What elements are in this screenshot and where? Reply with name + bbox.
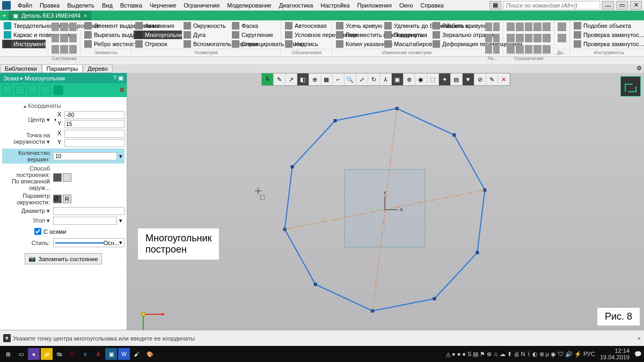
ribbon-arc[interactable]: Дуга [182,31,230,39]
ribbon-fillet[interactable]: Скругление [230,31,279,39]
sys-icon[interactable] [60,34,68,42]
constr-icon[interactable] [507,23,515,31]
sys-icon[interactable] [69,34,77,42]
center-x-input[interactable] [64,111,125,119]
tray-clock[interactable]: 12:1419.04.2019 [597,348,633,360]
panel-gear-icon[interactable]: ⚙ [634,64,644,73]
ribbon-check2[interactable]: Проверка замкнутос... [572,40,644,48]
tray-icon[interactable]: ☁ [500,351,506,358]
ribbon-extend[interactable]: Удлинить до ближайшего о... [383,21,431,30]
ribbon-scale[interactable]: Масштабиров... [383,40,431,48]
menu-view[interactable]: Вид [98,1,116,10]
ribbon-project[interactable]: Спроецировать объект [230,40,279,48]
command-search[interactable] [503,1,600,10]
axes-checkbox[interactable] [34,228,41,235]
tray-icon[interactable]: N [521,351,525,357]
breadcrumb-b[interactable]: Многоугольник [25,75,65,82]
panel-tab-parameters[interactable]: Параметры [42,64,83,73]
di-icon[interactable] [558,23,566,31]
panel-tab-libraries[interactable]: Библиотеки [0,64,42,73]
ribbon-text[interactable]: Надпись [283,40,330,48]
constr-icon[interactable] [525,34,533,42]
tray-icon[interactable]: ● [457,351,461,357]
help-icon[interactable]: ? ▣ [113,75,123,82]
constr-icon[interactable] [543,34,551,42]
tray-icon[interactable]: ♫ [493,351,497,357]
save-state-button[interactable]: 📷 Запомнить состояние [25,253,101,264]
tb-edge[interactable]: e [79,348,91,360]
ribbon-rib[interactable]: Ребро жесткости [83,40,129,48]
method-circumscribed-icon[interactable] [63,173,71,182]
tb-kompas[interactable]: ▣ [105,348,117,360]
constr-icon[interactable] [543,23,551,31]
ribbon-trim[interactable]: Усечь кривую [334,21,383,30]
menu-constraints[interactable]: Ограничения [180,1,223,10]
tray-icon[interactable]: 🔊 [565,351,573,358]
radius-mode-icon[interactable]: R [63,195,71,203]
ra-icon[interactable] [485,45,492,54]
menu-select[interactable]: Выделить [63,1,98,10]
sys-icon[interactable] [52,34,59,42]
tray-lang[interactable]: РУС [583,351,595,357]
status-close-icon[interactable]: × [638,335,641,342]
menu-diag[interactable]: Диагностика [275,1,317,10]
tray-icon[interactable]: μ [546,351,549,357]
center-y-input[interactable] [64,120,125,128]
tb-app[interactable]: 🖌 [131,348,143,360]
sys-icon[interactable] [69,23,77,31]
ribbon-segment[interactable]: Отрезок [134,40,182,48]
mode-icon-5[interactable] [54,85,63,95]
diameter-input[interactable] [53,207,125,215]
tb-app[interactable]: 🎨 [144,348,156,360]
document-tab[interactable]: ▣ Деталь БЕЗ ИМЕНИ4 × [9,11,91,20]
ribbon-check1[interactable]: Проверка замкнутос... [572,31,644,39]
ribbon-split[interactable]: Разбить кривую [431,21,479,30]
constr-icon[interactable] [525,23,533,31]
tray-notifications-icon[interactable]: 💬 [634,351,642,358]
tray-icon[interactable]: ⊕ [487,351,492,358]
menu-apps[interactable]: Приложения [354,1,396,10]
ribbon-chamfer[interactable]: Фаска [230,21,279,30]
menu-modeling[interactable]: Моделирование [223,1,275,10]
angle-input[interactable] [53,217,117,225]
tb-app[interactable]: ● [28,348,40,360]
point-y-input[interactable] [64,139,125,147]
tb-app[interactable]: 🛍 [54,348,65,360]
sys-icon[interactable] [69,45,77,54]
ribbon-autoline[interactable]: Автолиния [134,21,182,30]
mode-icon-3[interactable] [28,85,38,95]
tray-icon[interactable]: ⊗ [539,351,544,358]
breadcrumb-a[interactable]: Эскиз [3,75,19,82]
tray-icon[interactable]: ◉ [551,351,556,358]
ribbon-constr-line[interactable]: Вспомогатель... прямая [182,40,230,48]
tray-icon[interactable]: 🛡 [558,351,564,357]
tray-icon[interactable]: ▤ [473,351,478,358]
menu-window[interactable]: Окно [396,1,417,10]
panel-tab-tree[interactable]: Дерево [83,64,113,73]
ra-icon[interactable] [485,23,492,31]
maximize-button[interactable]: ▭ [616,1,628,10]
ribbon-mirror[interactable]: Зеркально отразить [431,31,479,39]
mode-icon-2[interactable] [15,85,25,95]
ribbon-deform[interactable]: Деформация перемещением [431,40,479,48]
ribbon-cut-extrude[interactable]: Вырезать выдавливанием [83,31,129,39]
menu-edit[interactable]: Правка [36,1,63,10]
start-button[interactable]: ⊞ [2,348,14,360]
ribbon-rotate[interactable]: Повернуть [383,31,431,39]
mode-icon-1[interactable] [2,85,12,95]
cancel-icon[interactable]: × [120,85,125,95]
ra-icon[interactable] [493,45,500,54]
constr-icon[interactable] [543,45,551,54]
menu-file[interactable]: Файл [14,1,36,10]
ribbon-extrude[interactable]: Элемент выдавливания [83,21,129,30]
tray-icon[interactable]: S [467,351,471,357]
ra-icon[interactable] [493,23,500,31]
method-inscribed-icon[interactable] [53,173,62,182]
constr-icon[interactable] [516,23,524,31]
constr-icon[interactable] [516,45,524,54]
ribbon-solid-modeling[interactable]: Твердотельное моделирование [2,21,46,30]
ribbon-move[interactable]: Переместить по координатам [334,31,383,39]
sys-icon[interactable] [60,45,68,54]
tray-icon[interactable]: ◬ [446,351,450,358]
constr-icon[interactable] [507,45,515,54]
